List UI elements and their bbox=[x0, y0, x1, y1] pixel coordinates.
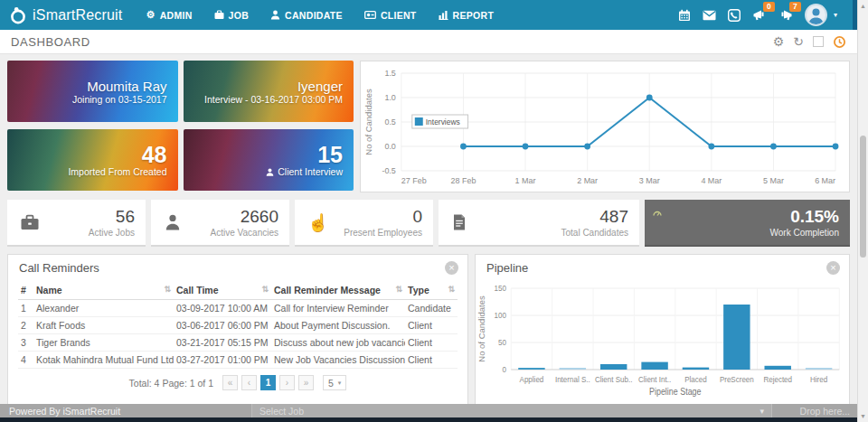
svg-text:Client Int..: Client Int.. bbox=[638, 375, 671, 385]
cell-name: Tiger Brands bbox=[33, 334, 174, 352]
drop-zone[interactable]: Drop here... bbox=[772, 406, 857, 417]
last-page-button[interactable]: » bbox=[298, 375, 314, 390]
col-header-num[interactable]: # bbox=[18, 281, 33, 300]
svg-text:No of Candidates: No of Candidates bbox=[477, 295, 486, 362]
cell-type: Client bbox=[405, 317, 458, 334]
cell-num: 3 bbox=[18, 334, 33, 352]
tile-joining-sub: Joining on 03-15-2017 bbox=[72, 94, 167, 105]
tile-interview-sub: Interview - 03-16-2017 03:00 PM bbox=[204, 94, 343, 105]
menu-admin-label: ADMIN bbox=[160, 10, 193, 21]
col-name-label: Name bbox=[36, 285, 62, 295]
tile-client-interview[interactable]: 15 Client Interview bbox=[184, 129, 354, 191]
navbar-tools: 0 7 ▾ ‹ bbox=[678, 0, 857, 30]
stat-active-jobs: 56 Active Jobs bbox=[7, 200, 146, 247]
svg-text:PreScreen: PreScreen bbox=[720, 375, 754, 385]
announcement-badge: 0 bbox=[763, 2, 775, 12]
page-header: DASHBOARD ⚙ ↻ bbox=[0, 30, 868, 54]
menu-admin[interactable]: ⚙ ADMIN bbox=[146, 9, 193, 21]
scrollbar-thumb[interactable] bbox=[860, 136, 866, 258]
svg-text:3 Mar: 3 Mar bbox=[639, 176, 660, 185]
briefcase-icon bbox=[20, 213, 47, 231]
table-row[interactable]: 4 Kotak Mahindra Mutual Fund Ltd. 03-27-… bbox=[18, 352, 458, 369]
first-page-button[interactable]: « bbox=[222, 375, 238, 390]
promotion-icon[interactable]: 7 bbox=[778, 9, 793, 22]
col-header-type[interactable]: Type ⇅ bbox=[405, 281, 458, 300]
menu-candidate[interactable]: CANDIDATE bbox=[270, 10, 343, 21]
announcement-icon[interactable]: 0 bbox=[752, 9, 767, 22]
close-icon[interactable]: × bbox=[826, 261, 840, 275]
close-icon[interactable]: × bbox=[445, 261, 458, 275]
svg-text:Placed: Placed bbox=[684, 375, 707, 385]
tile-interview[interactable]: Iyenger Interview - 03-16-2017 03:00 PM bbox=[184, 61, 354, 122]
refresh-icon[interactable]: ↻ bbox=[793, 35, 804, 48]
scroll-down-icon[interactable]: ▼ bbox=[858, 413, 868, 419]
present-employees-label: Present Employees bbox=[344, 228, 422, 238]
dashboard-checkbox[interactable] bbox=[813, 36, 824, 47]
menu-client-label: CLIENT bbox=[381, 10, 417, 21]
document-icon bbox=[451, 213, 478, 231]
stat-active-vacancies: 2660 Active Vacancies bbox=[151, 200, 289, 247]
table-row[interactable]: 2 Kraft Foods 03-06-2017 06:00 PM About … bbox=[18, 317, 458, 334]
page-1-button[interactable]: 1 bbox=[260, 375, 276, 390]
brand-logo[interactable]: iSmartRecruit bbox=[9, 6, 123, 24]
pagination-summary: Total: 4 Page: 1 of 1 bbox=[129, 378, 213, 389]
select-job-placeholder: Select Job bbox=[259, 406, 304, 417]
menu-job[interactable]: JOB bbox=[214, 10, 250, 21]
select-job-dropdown[interactable]: Select Job ▾ bbox=[251, 404, 772, 417]
svg-text:Applied: Applied bbox=[520, 375, 544, 385]
menu-report-label: REPORT bbox=[453, 10, 495, 21]
chevron-down-icon: ▾ bbox=[760, 407, 764, 416]
svg-text:Pipeline Stage: Pipeline Stage bbox=[649, 387, 701, 398]
svg-text:50: 50 bbox=[498, 338, 506, 348]
powered-by-text: Powered By iSmartRecruit bbox=[0, 406, 251, 417]
hand-pointer-icon: ☝ bbox=[307, 212, 335, 233]
col-header-time[interactable]: Call Time ⇅ bbox=[174, 281, 271, 300]
gear-icon: ⚙ bbox=[146, 9, 156, 21]
person-icon bbox=[164, 213, 191, 231]
table-row[interactable]: 1 Alexander 03-09-2017 10:00 AM Call for… bbox=[18, 300, 458, 317]
cell-time: 03-06-2017 06:00 PM bbox=[174, 317, 271, 334]
vertical-scrollbar[interactable]: ▲ ▼ bbox=[857, 0, 868, 422]
tile-joining[interactable]: Moumita Ray Joining on 03-15-2017 bbox=[7, 61, 178, 122]
cell-name: Kraft Foods bbox=[33, 317, 174, 334]
page-size-select[interactable]: 5 ▾ bbox=[323, 375, 346, 390]
mail-icon[interactable] bbox=[703, 10, 716, 21]
col-header-message[interactable]: Call Reminder Message ⇅ bbox=[271, 281, 405, 300]
stats-row: 56 Active Jobs 2660 Active Vacancies ☝ 0… bbox=[7, 200, 850, 247]
user-avatar[interactable] bbox=[805, 4, 827, 26]
chevron-down-icon[interactable]: ▾ bbox=[834, 11, 837, 19]
promotion-badge: 7 bbox=[789, 2, 801, 12]
svg-text:28 Feb: 28 Feb bbox=[450, 176, 476, 185]
phone-icon[interactable] bbox=[728, 9, 741, 22]
client-icon bbox=[364, 10, 376, 20]
briefcase-icon bbox=[214, 10, 224, 20]
history-clock-icon[interactable] bbox=[833, 35, 846, 49]
col-header-name[interactable]: Name ⇅ bbox=[33, 281, 174, 300]
pagination: Total: 4 Page: 1 of 1 « ‹ 1 › » 5 ▾ bbox=[8, 375, 467, 390]
prev-page-button[interactable]: ‹ bbox=[241, 375, 257, 390]
brand-name: iSmartRecruit bbox=[33, 7, 123, 23]
notification-tiles: Moumita Ray Joining on 03-15-2017 Iyenge… bbox=[7, 61, 354, 192]
menu-client[interactable]: CLIENT bbox=[364, 10, 417, 21]
calendar-icon[interactable] bbox=[678, 9, 691, 22]
svg-text:Internal S..: Internal S.. bbox=[555, 375, 590, 385]
settings-gear-icon[interactable]: ⚙ bbox=[773, 35, 785, 48]
tile-client-interview-label: Client Interview bbox=[278, 166, 343, 177]
menu-report[interactable]: REPORT bbox=[439, 10, 495, 21]
svg-text:1 Mar: 1 Mar bbox=[515, 176, 536, 185]
page-size-value: 5 bbox=[328, 378, 334, 389]
avatar bbox=[805, 4, 827, 26]
footer-bar: Powered By iSmartRecruit Select Job ▾ Dr… bbox=[0, 404, 857, 417]
scroll-up-icon[interactable]: ▲ bbox=[858, 3, 868, 9]
svg-text:Rejected: Rejected bbox=[763, 375, 792, 385]
active-jobs-value: 56 bbox=[89, 207, 135, 227]
tile-imported[interactable]: 48 Imported From Created bbox=[7, 129, 178, 191]
cell-message: Call for Interview Reminder bbox=[271, 300, 405, 317]
page-title: DASHBOARD bbox=[11, 35, 90, 49]
col-time-label: Call Time bbox=[176, 285, 219, 295]
stat-work-completion: 0.15% Work Completion bbox=[645, 200, 850, 247]
next-page-button[interactable]: › bbox=[279, 375, 295, 390]
table-row[interactable]: 3 Tiger Brands 03-21-2017 05:15 PM Discu… bbox=[18, 334, 458, 352]
svg-text:No of Candidates: No of Candidates bbox=[363, 89, 373, 155]
tile-interview-name: Iyenger bbox=[297, 79, 343, 94]
